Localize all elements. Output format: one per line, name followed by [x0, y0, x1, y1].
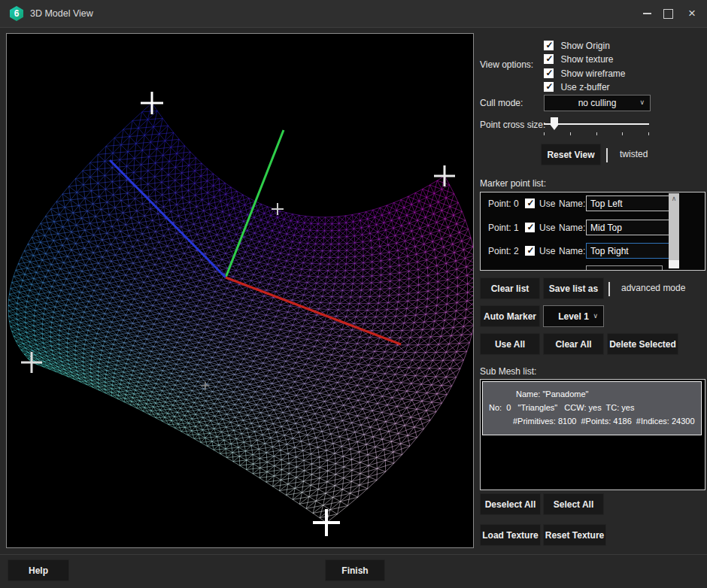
slider-track[interactable]: [544, 123, 649, 125]
slider-ticks: [544, 132, 649, 135]
scroll-up-icon[interactable]: ∧: [669, 193, 679, 205]
marker-point-list: Point: 0 ✓ Use Name: Point: 1 ✓ Use Name…: [480, 192, 705, 271]
point-cross-size-label: Point cross size:: [480, 120, 545, 130]
submesh-stats: #Primitives: 8100 #Points: 4186 #Indices…: [483, 414, 701, 428]
reset-view-button[interactable]: Reset View: [541, 144, 601, 165]
twisted-checkbox[interactable]: [606, 148, 608, 162]
footer-divider: [0, 554, 707, 555]
point-index-label: Point: 0: [488, 199, 519, 209]
use-label: Use: [539, 223, 555, 233]
level-value: Level 1: [558, 311, 589, 322]
view-option-show-wireframe[interactable]: ✓ Show wireframe: [544, 66, 625, 80]
check-icon: ✓: [545, 40, 554, 51]
deselect-all-button[interactable]: Deselect All: [480, 493, 541, 515]
title-bar: 6 3D Model View ×: [0, 0, 707, 28]
check-icon: ✓: [526, 222, 536, 233]
show-texture-checkbox[interactable]: ✓: [544, 54, 554, 64]
reset-texture-button[interactable]: Reset Texture: [543, 524, 606, 546]
minimize-icon: [643, 13, 651, 14]
window-title: 3D Model View: [30, 0, 93, 27]
use-all-button[interactable]: Use All: [480, 333, 540, 355]
maximize-icon: [663, 9, 673, 19]
sub-mesh-list: Name: "Panadome" No: 0 "Triangles" CCW: …: [480, 379, 705, 490]
show-texture-label: Show texture: [560, 54, 613, 65]
use-checkbox[interactable]: ✓: [525, 223, 535, 232]
advanced-mode-checkbox[interactable]: [608, 282, 610, 296]
clear-list-button[interactable]: Clear list: [480, 277, 540, 299]
chevron-down-icon: ∨: [593, 312, 598, 320]
scrollbar-end: [669, 260, 679, 268]
check-icon: ✓: [545, 68, 554, 79]
view-option-show-texture[interactable]: ✓ Show texture: [544, 52, 614, 65]
view-options-label: View options:: [480, 59, 533, 70]
app-logo-icon: 6: [9, 6, 24, 21]
slider-tick: [544, 132, 545, 135]
sub-mesh-item-selected[interactable]: Name: "Panadome" No: 0 "Triangles" CCW: …: [482, 381, 702, 435]
use-zbuffer-checkbox[interactable]: ✓: [544, 82, 554, 92]
dialog-3d-model-view: 6 3D Model View × View options: ✓ Show O…: [0, 0, 707, 588]
marker-point-list-label: Marker point list:: [480, 178, 546, 189]
use-checkbox[interactable]: ✓: [525, 246, 535, 256]
name-label: Name:: [559, 223, 585, 233]
3d-viewport[interactable]: [6, 33, 474, 548]
cull-mode-dropdown[interactable]: no culling ∨: [544, 95, 651, 111]
check-icon: ✓: [526, 198, 536, 209]
delete-selected-button[interactable]: Delete Selected: [607, 333, 678, 355]
slider-tick: [622, 132, 623, 135]
marker-name-input[interactable]: [586, 195, 670, 211]
view-option-show-origin[interactable]: ✓ Show Origin: [544, 38, 610, 52]
check-icon: ✓: [545, 81, 554, 92]
marker-name-input[interactable]: [586, 220, 670, 235]
twisted-label: twisted: [620, 149, 648, 159]
load-texture-button[interactable]: Load Texture: [480, 524, 541, 546]
wireframe-mesh-canvas: [7, 34, 473, 547]
slider-tick: [570, 132, 571, 135]
advanced-mode-label: advanced mode: [621, 283, 685, 293]
show-origin-label: Show Origin: [560, 41, 609, 51]
marker-list-scrollbar[interactable]: ∧: [669, 193, 679, 268]
point-index-label: Point: 1: [488, 223, 519, 233]
sub-mesh-list-label: Sub Mesh list:: [480, 366, 536, 377]
minimize-button[interactable]: [636, 3, 657, 24]
use-label: Use: [539, 246, 555, 256]
marker-row-partial: [586, 265, 663, 271]
view-option-use-zbuffer[interactable]: ✓ Use z-buffer: [544, 80, 610, 93]
auto-marker-button[interactable]: Auto Marker: [480, 305, 540, 327]
slider-thumb[interactable]: [551, 117, 558, 130]
name-label: Name:: [559, 199, 585, 209]
name-label: Name:: [559, 246, 585, 256]
check-icon: ✓: [526, 245, 536, 256]
cull-mode-value: no culling: [578, 98, 617, 108]
help-button[interactable]: Help: [8, 559, 69, 581]
maximize-button[interactable]: [657, 3, 678, 24]
check-icon: ✓: [545, 53, 554, 65]
point-index-label: Point: 2: [488, 246, 519, 256]
show-origin-checkbox[interactable]: ✓: [544, 41, 554, 50]
use-label: Use: [539, 199, 555, 209]
close-icon: ×: [688, 3, 696, 24]
use-zbuffer-label: Use z-buffer: [560, 82, 609, 92]
cull-mode-label: Cull mode:: [480, 98, 523, 108]
finish-button[interactable]: Finish: [325, 559, 385, 581]
submesh-name: Name: "Panadome": [483, 382, 701, 401]
select-all-button[interactable]: Select All: [543, 493, 604, 515]
chevron-down-icon: ∨: [639, 99, 645, 106]
use-checkbox[interactable]: ✓: [525, 199, 535, 208]
level-dropdown[interactable]: Level 1 ∨: [543, 305, 604, 327]
show-wireframe-label: Show wireframe: [560, 68, 625, 79]
slider-tick: [596, 132, 597, 135]
submesh-info: No: 0 "Triangles" CCW: yes TC: yes: [483, 401, 701, 414]
show-wireframe-checkbox[interactable]: ✓: [544, 68, 554, 78]
close-button[interactable]: ×: [681, 3, 702, 24]
point-cross-size-slider[interactable]: [544, 117, 649, 133]
marker-name-input[interactable]: [586, 243, 670, 259]
clear-all-button[interactable]: Clear All: [543, 333, 604, 355]
save-list-as-button[interactable]: Save list as: [543, 277, 604, 299]
slider-tick: [648, 132, 649, 135]
